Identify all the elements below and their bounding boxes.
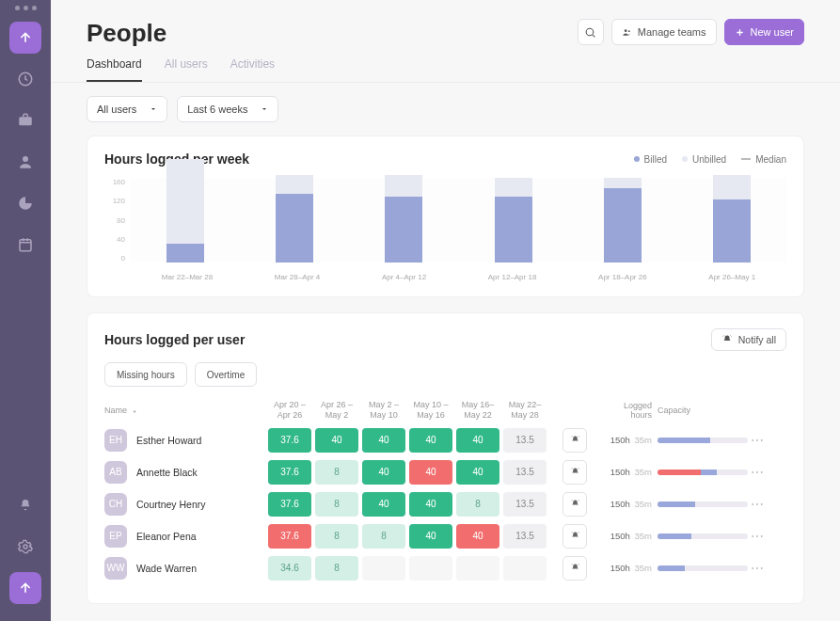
- logged-hours: 150h 35m: [601, 467, 658, 477]
- notify-user-button[interactable]: [563, 556, 587, 581]
- row-menu-button[interactable]: ⋯: [748, 561, 767, 576]
- chevron-down-icon: [261, 105, 268, 113]
- table-row: CHCourtney Henry37.684040813.5150h 35m⋯: [104, 492, 786, 517]
- col-name[interactable]: Name: [104, 406, 266, 415]
- filter-users[interactable]: All users: [87, 96, 167, 122]
- gear-icon: [18, 539, 33, 554]
- hours-cell: [456, 556, 499, 581]
- nav-home[interactable]: [9, 22, 41, 54]
- pill-overtime[interactable]: Overtime: [195, 362, 258, 387]
- tab-all-users[interactable]: All users: [165, 57, 208, 82]
- plus-icon: [735, 27, 745, 38]
- pie-icon: [17, 195, 34, 212]
- col-week: May 16–May 22: [454, 400, 501, 421]
- col-capacity: Capacity: [658, 406, 748, 415]
- bell-icon: [18, 498, 33, 513]
- chevron-down-icon: [150, 105, 157, 113]
- hours-cell: 37.6: [268, 524, 311, 549]
- new-user-label: New user: [751, 26, 794, 38]
- tabs: Dashboard All users Activities: [51, 48, 840, 83]
- page-title: People: [87, 19, 166, 48]
- user-name: Annette Black: [136, 467, 198, 478]
- hours-cell: [362, 556, 405, 581]
- bell-ring-icon: [570, 531, 580, 541]
- filter-range-label: Last 6 weeks: [187, 104, 247, 115]
- hours-cell: 13.5: [503, 524, 547, 549]
- nav-time[interactable]: [9, 63, 41, 95]
- nav-footer-tile[interactable]: [9, 572, 41, 604]
- notify-user-button[interactable]: [563, 428, 587, 453]
- logged-hours: 150h 35m: [601, 499, 658, 509]
- user-cell[interactable]: CHCourtney Henry: [104, 493, 266, 516]
- sidebar: [0, 0, 51, 621]
- nav-notifications[interactable]: [9, 489, 41, 521]
- row-menu-button[interactable]: ⋯: [748, 497, 767, 512]
- col-logged: Logged hours: [601, 401, 658, 420]
- hours-cell: [409, 556, 452, 581]
- manage-teams-button[interactable]: Manage teams: [611, 19, 717, 45]
- nav-projects[interactable]: [9, 104, 41, 136]
- legend-unbilled: Unbilled: [692, 154, 726, 165]
- bell-ring-icon: [570, 467, 580, 477]
- logged-hours: 150h 35m: [601, 435, 658, 445]
- tab-dashboard[interactable]: Dashboard: [87, 57, 142, 82]
- pill-missing-hours[interactable]: Missing hours: [104, 362, 187, 387]
- hours-cell: 40: [456, 460, 499, 485]
- hours-cell: 8: [315, 556, 358, 581]
- bell-ring-icon: [721, 334, 733, 345]
- notify-all-button[interactable]: Notify all: [711, 328, 786, 351]
- hours-cell: 40: [315, 428, 358, 453]
- avatar: AB: [104, 461, 127, 484]
- capacity-bar: [658, 438, 748, 443]
- hours-cell: [503, 556, 547, 581]
- logged-hours: 150h 35m: [601, 563, 658, 573]
- user-cell[interactable]: WWWade Warren: [104, 557, 266, 580]
- hours-cell: 13.5: [503, 428, 547, 453]
- hours-cell: 40: [409, 428, 452, 453]
- hours-cell: 40: [362, 428, 405, 453]
- notify-user-button[interactable]: [563, 460, 587, 485]
- user-cell[interactable]: EPEleanor Pena: [104, 525, 266, 548]
- avatar: EP: [104, 525, 127, 548]
- hours-cell: 13.5: [503, 460, 547, 485]
- nav-calendar[interactable]: [9, 229, 41, 261]
- row-menu-button[interactable]: ⋯: [748, 433, 767, 448]
- row-menu-button[interactable]: ⋯: [748, 529, 767, 544]
- nav-settings[interactable]: [9, 531, 41, 563]
- chart-y-axis: 16012080400: [104, 178, 131, 263]
- row-menu-button[interactable]: ⋯: [748, 465, 767, 480]
- arrow-up-icon: [18, 30, 33, 45]
- search-button[interactable]: [578, 19, 604, 45]
- hours-cell: 8: [315, 492, 358, 517]
- user-cell[interactable]: EHEsther Howard: [104, 429, 266, 452]
- notify-user-button[interactable]: [563, 524, 587, 549]
- user-cell[interactable]: ABAnnette Black: [104, 461, 266, 484]
- table-body: EHEsther Howard37.64040404013.5150h 35m⋯…: [104, 428, 786, 581]
- nav-people[interactable]: [9, 146, 41, 178]
- bell-ring-icon: [570, 435, 580, 445]
- filter-range[interactable]: Last 6 weeks: [177, 96, 278, 122]
- svg-point-5: [586, 28, 594, 36]
- search-icon: [584, 26, 596, 39]
- tab-activities[interactable]: Activities: [230, 57, 275, 82]
- person-icon: [17, 153, 34, 170]
- hours-cell: 37.6: [268, 460, 311, 485]
- notify-user-button[interactable]: [563, 492, 587, 517]
- nav-reports[interactable]: [9, 187, 41, 219]
- bell-ring-icon: [570, 499, 580, 509]
- hours-cell: 8: [362, 524, 405, 549]
- sort-icon: [131, 406, 138, 414]
- logged-hours: 150h 35m: [601, 531, 658, 541]
- avatar: EH: [104, 429, 127, 452]
- svg-point-4: [24, 545, 27, 549]
- hours-cell: 37.6: [268, 492, 311, 517]
- hours-cell: 13.5: [503, 492, 547, 517]
- legend-median: Median: [755, 154, 786, 165]
- user-name: Courtney Henry: [136, 499, 206, 510]
- capacity-bar: [658, 502, 748, 507]
- hours-cell: 40: [362, 460, 405, 485]
- col-week: May 2 –May 10: [360, 400, 407, 421]
- capacity-bar: [658, 565, 748, 571]
- new-user-button[interactable]: New user: [724, 19, 804, 45]
- team-icon: [622, 27, 632, 38]
